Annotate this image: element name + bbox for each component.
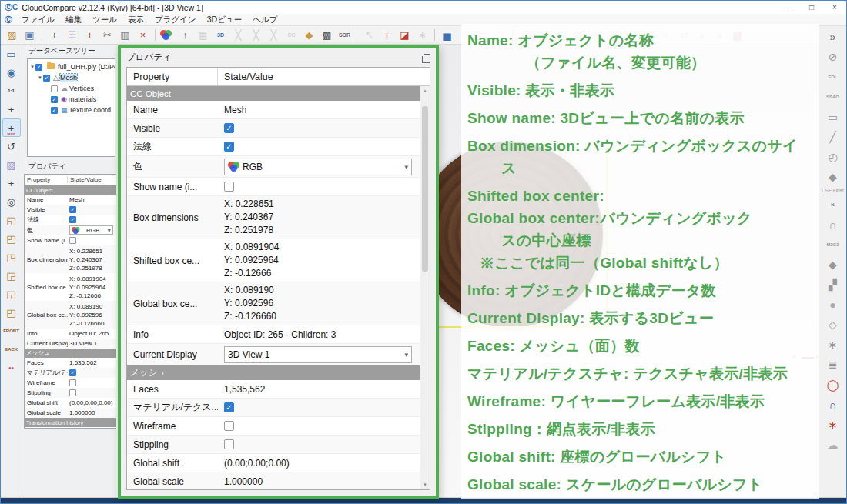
- view-iso-back-button[interactable]: BACK: [2, 340, 21, 359]
- fan-segment-button[interactable]: ∗: [413, 27, 431, 43]
- expander-icon[interactable]: ▾: [37, 75, 43, 81]
- menu-display[interactable]: 表示: [122, 15, 149, 25]
- view-back-button[interactable]: ◱: [2, 285, 21, 303]
- view-top-button[interactable]: ◱: [2, 211, 21, 229]
- dropdown-item-4[interactable]: RGB▾: [224, 159, 412, 175]
- visibility-checkbox[interactable]: ✓: [51, 96, 58, 103]
- checkbox-wireframe[interactable]: [69, 379, 76, 386]
- dropdown-current-display[interactable]: 3D View 1▾: [224, 346, 412, 363]
- clip-box-button[interactable]: ◪: [396, 27, 413, 43]
- ellipse-plugin-button[interactable]: ◯: [823, 375, 843, 394]
- align-pair-button[interactable]: ╳: [229, 27, 247, 43]
- checkbox-item-3[interactable]: ✓: [224, 142, 234, 152]
- view-right-button[interactable]: ◲: [2, 266, 21, 285]
- checker-button[interactable]: ▩: [318, 27, 336, 43]
- ssao-shader-button[interactable]: SSAO: [823, 87, 843, 106]
- visibility-checkbox[interactable]: ✓: [51, 107, 58, 114]
- cloud-compare-button[interactable]: CC: [283, 27, 300, 43]
- edl-shader-button[interactable]: EDL: [823, 67, 843, 86]
- checkbox-item-3[interactable]: ✓: [69, 216, 76, 223]
- dropdown-item-4[interactable]: RGB▾: [69, 225, 113, 235]
- 3d-views-button[interactable]: 3D: [212, 27, 229, 43]
- float-panel-icon[interactable]: [424, 54, 430, 60]
- animation-button[interactable]: ▭: [823, 107, 843, 126]
- scroll-down-icon[interactable]: ▾: [420, 482, 430, 488]
- full-screen-button[interactable]: ▭: [2, 45, 21, 63]
- tree-item-full-uhh-ply-d-pot[interactable]: ▾✓full_UHH.ply (D:/Pot: [28, 62, 115, 72]
- visibility-checkbox[interactable]: ✓: [43, 75, 50, 82]
- maximize-button[interactable]: □: [800, 1, 823, 14]
- rotate-view-button[interactable]: ↺: [2, 137, 21, 155]
- segment-button[interactable]: ✂: [99, 27, 116, 43]
- disabled-tool-button[interactable]: ⊘: [823, 47, 843, 66]
- translate-rotate-button[interactable]: +: [378, 27, 396, 43]
- global-shift-button[interactable]: +: [45, 27, 63, 43]
- close-button[interactable]: ×: [823, 1, 846, 14]
- menu-help[interactable]: ヘルプ: [247, 15, 283, 25]
- checkbox-item-13[interactable]: ✓: [224, 402, 234, 412]
- view-front-button[interactable]: ◰: [2, 229, 21, 248]
- m3c2-button[interactable]: M3C2: [823, 235, 843, 254]
- pan-view-button[interactable]: +: [2, 174, 21, 192]
- pcv-plugin-button[interactable]: ∗: [823, 415, 843, 434]
- scrollbar-thumb[interactable]: [422, 106, 428, 272]
- view-left-button[interactable]: ◳: [2, 248, 21, 266]
- normal-vector-button[interactable]: N: [823, 195, 843, 214]
- tree-item-mesh[interactable]: ▾✓△Mesh: [28, 72, 115, 83]
- delete-button[interactable]: ×: [134, 27, 152, 43]
- expander-icon[interactable]: ▾: [29, 64, 35, 70]
- density-bell-button[interactable]: ◆: [300, 27, 318, 43]
- checkbox-visible[interactable]: ✓: [69, 206, 76, 213]
- pivot-auto-button[interactable]: +auto: [2, 118, 21, 137]
- gears-plugin-button[interactable]: ∗: [823, 335, 843, 354]
- pick-arrow-button[interactable]: ↖: [360, 27, 378, 43]
- layers-plugin-button[interactable]: ≣: [823, 355, 843, 374]
- shield-canupo-button[interactable]: ◆: [823, 255, 843, 274]
- properties-list-button[interactable]: ☰: [63, 27, 81, 43]
- ransac-detect-button[interactable]: ◇: [823, 315, 843, 334]
- compass-button[interactable]: ◴: [823, 147, 843, 166]
- hough-normals-button[interactable]: ∩: [823, 215, 843, 234]
- open-button[interactable]: ▨: [3, 27, 21, 43]
- zoom-magnifier-button[interactable]: ◎: [2, 192, 21, 211]
- octree-button[interactable]: ▦: [194, 27, 212, 43]
- checkbox-stippling[interactable]: [69, 389, 76, 396]
- terrain-classif-button[interactable]: ▞: [823, 275, 843, 294]
- collapse-button[interactable]: »: [823, 27, 843, 46]
- checkbox-stippling[interactable]: [224, 439, 234, 449]
- match-scales-button[interactable]: ╳: [265, 27, 283, 43]
- align-button[interactable]: ╳: [247, 27, 265, 43]
- checkbox-visible[interactable]: ✓: [224, 123, 234, 133]
- zoom-1-1-button[interactable]: 1:1: [2, 82, 21, 100]
- menu-file[interactable]: ファイル: [16, 15, 60, 25]
- point-list-picking-button[interactable]: +: [81, 27, 99, 43]
- checkbox-wireframe[interactable]: [224, 421, 234, 431]
- visibility-checkbox[interactable]: [51, 85, 58, 92]
- menu-tools[interactable]: ツール: [87, 15, 122, 25]
- sor-filter-button[interactable]: SOR: [336, 27, 353, 43]
- screenshot-camera-button[interactable]: ◉: [2, 63, 21, 82]
- perspective-cube-button[interactable]: ▧: [2, 155, 21, 174]
- magnet-plugin-button[interactable]: ∩: [823, 395, 843, 414]
- checkbox-show-name-i[interactable]: [69, 237, 76, 244]
- histogram-button[interactable]: ▅: [438, 27, 456, 43]
- tree-item-materials[interactable]: ✓◉materials: [28, 94, 115, 105]
- tree-item-texture-coord[interactable]: ✓▦Texture coord: [28, 105, 115, 115]
- menu-edit[interactable]: 編集: [60, 15, 87, 25]
- menu-plugins[interactable]: プラグイン: [149, 15, 202, 25]
- rgb-colors-button[interactable]: [159, 27, 176, 43]
- minimize-button[interactable]: –: [777, 1, 800, 14]
- table-scrollbar[interactable]: ▴ ▾: [420, 86, 430, 489]
- clone-button[interactable]: ▥: [116, 27, 134, 43]
- tree-item-vertices[interactable]: ☁Vertices: [28, 83, 115, 94]
- sphere-tool-button[interactable]: ●: [823, 295, 843, 314]
- visibility-checkbox[interactable]: ✓: [35, 64, 42, 71]
- shield-csf-button[interactable]: ◆: [823, 167, 843, 186]
- clean-broom-button[interactable]: ╱: [823, 127, 843, 146]
- scroll-up-icon[interactable]: ▴: [420, 88, 430, 94]
- view-bottom-button[interactable]: ◰: [2, 303, 21, 322]
- database-tree[interactable]: ▾✓full_UHH.ply (D:/Pot▾✓△Mesh☁Vertices✓◉…: [27, 58, 116, 157]
- pivot-center-button[interactable]: +: [2, 100, 21, 118]
- checkbox-show-name-i[interactable]: [224, 182, 234, 192]
- menu-3d-view[interactable]: 3Dビュー: [202, 15, 247, 25]
